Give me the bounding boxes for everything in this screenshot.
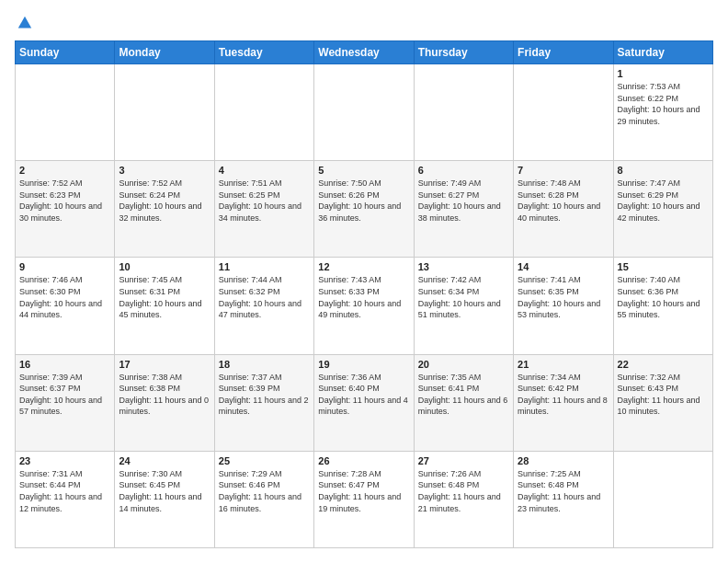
- calendar-cell: 17Sunrise: 7:38 AM Sunset: 6:38 PM Dayli…: [115, 354, 214, 451]
- day-number: 22: [618, 359, 709, 370]
- calendar-cell: 13Sunrise: 7:42 AM Sunset: 6:34 PM Dayli…: [414, 258, 513, 354]
- day-info: Sunrise: 7:39 AM Sunset: 6:37 PM Dayligh…: [19, 372, 110, 418]
- calendar-cell: 10Sunrise: 7:45 AM Sunset: 6:31 PM Dayli…: [115, 258, 214, 354]
- calendar-cell: 1Sunrise: 7:53 AM Sunset: 6:22 PM Daylig…: [613, 64, 712, 161]
- calendar-cell: 23Sunrise: 7:31 AM Sunset: 6:44 PM Dayli…: [16, 451, 115, 547]
- day-number: 14: [518, 261, 609, 272]
- calendar-cell: [514, 64, 613, 161]
- day-info: Sunrise: 7:41 AM Sunset: 6:35 PM Dayligh…: [518, 274, 609, 320]
- day-info: Sunrise: 7:49 AM Sunset: 6:27 PM Dayligh…: [418, 178, 509, 224]
- weekday-header-wednesday: Wednesday: [314, 41, 414, 64]
- day-number: 19: [318, 359, 409, 370]
- calendar-cell: 25Sunrise: 7:29 AM Sunset: 6:46 PM Dayli…: [214, 451, 313, 547]
- logo-icon: [17, 15, 33, 31]
- day-info: Sunrise: 7:42 AM Sunset: 6:34 PM Dayligh…: [418, 274, 509, 320]
- day-info: Sunrise: 7:43 AM Sunset: 6:33 PM Dayligh…: [318, 274, 409, 320]
- day-info: Sunrise: 7:37 AM Sunset: 6:39 PM Dayligh…: [219, 372, 310, 418]
- day-info: Sunrise: 7:36 AM Sunset: 6:40 PM Dayligh…: [318, 372, 409, 418]
- day-info: Sunrise: 7:28 AM Sunset: 6:47 PM Dayligh…: [318, 468, 409, 514]
- calendar-cell: 9Sunrise: 7:46 AM Sunset: 6:30 PM Daylig…: [16, 258, 115, 354]
- week-row-1: 1Sunrise: 7:53 AM Sunset: 6:22 PM Daylig…: [16, 64, 713, 161]
- day-info: Sunrise: 7:52 AM Sunset: 6:23 PM Dayligh…: [19, 178, 110, 224]
- day-number: 9: [19, 261, 110, 272]
- calendar-cell: 12Sunrise: 7:43 AM Sunset: 6:33 PM Dayli…: [314, 258, 414, 354]
- page-header: [15, 15, 713, 31]
- day-number: 3: [119, 165, 210, 176]
- day-number: 4: [219, 165, 310, 176]
- weekday-header-thursday: Thursday: [414, 41, 513, 64]
- calendar-cell: [214, 64, 313, 161]
- day-number: 10: [119, 261, 210, 272]
- day-info: Sunrise: 7:51 AM Sunset: 6:25 PM Dayligh…: [219, 178, 310, 224]
- weekday-header-tuesday: Tuesday: [214, 41, 313, 64]
- day-number: 18: [219, 359, 310, 370]
- calendar-cell: 6Sunrise: 7:49 AM Sunset: 6:27 PM Daylig…: [414, 161, 513, 258]
- day-info: Sunrise: 7:46 AM Sunset: 6:30 PM Dayligh…: [19, 274, 110, 320]
- day-info: Sunrise: 7:52 AM Sunset: 6:24 PM Dayligh…: [119, 178, 210, 224]
- calendar-cell: 18Sunrise: 7:37 AM Sunset: 6:39 PM Dayli…: [214, 354, 313, 451]
- day-info: Sunrise: 7:45 AM Sunset: 6:31 PM Dayligh…: [119, 274, 210, 320]
- day-number: 23: [19, 455, 110, 466]
- calendar-cell: 24Sunrise: 7:30 AM Sunset: 6:45 PM Dayli…: [115, 451, 214, 547]
- calendar-cell: 20Sunrise: 7:35 AM Sunset: 6:41 PM Dayli…: [414, 354, 513, 451]
- day-info: Sunrise: 7:31 AM Sunset: 6:44 PM Dayligh…: [19, 468, 110, 514]
- calendar-cell: 21Sunrise: 7:34 AM Sunset: 6:42 PM Dayli…: [514, 354, 613, 451]
- day-number: 13: [418, 261, 509, 272]
- weekday-header-sunday: Sunday: [16, 41, 115, 64]
- calendar-cell: 2Sunrise: 7:52 AM Sunset: 6:23 PM Daylig…: [16, 161, 115, 258]
- calendar-cell: [414, 64, 513, 161]
- day-number: 11: [219, 261, 310, 272]
- day-info: Sunrise: 7:40 AM Sunset: 6:36 PM Dayligh…: [618, 274, 709, 320]
- week-row-5: 23Sunrise: 7:31 AM Sunset: 6:44 PM Dayli…: [16, 451, 713, 547]
- day-info: Sunrise: 7:44 AM Sunset: 6:32 PM Dayligh…: [219, 274, 310, 320]
- calendar-cell: 26Sunrise: 7:28 AM Sunset: 6:47 PM Dayli…: [314, 451, 414, 547]
- weekday-header-friday: Friday: [514, 41, 613, 64]
- calendar-cell: 15Sunrise: 7:40 AM Sunset: 6:36 PM Dayli…: [613, 258, 712, 354]
- day-info: Sunrise: 7:47 AM Sunset: 6:29 PM Dayligh…: [618, 178, 709, 224]
- calendar-cell: 27Sunrise: 7:26 AM Sunset: 6:48 PM Dayli…: [414, 451, 513, 547]
- calendar-cell: [314, 64, 414, 161]
- week-row-4: 16Sunrise: 7:39 AM Sunset: 6:37 PM Dayli…: [16, 354, 713, 451]
- calendar-cell: 11Sunrise: 7:44 AM Sunset: 6:32 PM Dayli…: [214, 258, 313, 354]
- calendar: SundayMondayTuesdayWednesdayThursdayFrid…: [15, 40, 713, 548]
- week-row-2: 2Sunrise: 7:52 AM Sunset: 6:23 PM Daylig…: [16, 161, 713, 258]
- logo: [15, 15, 33, 31]
- day-number: 27: [418, 455, 509, 466]
- day-number: 12: [318, 261, 409, 272]
- day-number: 26: [318, 455, 409, 466]
- calendar-cell: 16Sunrise: 7:39 AM Sunset: 6:37 PM Dayli…: [16, 354, 115, 451]
- weekday-header-monday: Monday: [115, 41, 214, 64]
- calendar-cell: [115, 64, 214, 161]
- calendar-cell: 14Sunrise: 7:41 AM Sunset: 6:35 PM Dayli…: [514, 258, 613, 354]
- day-number: 7: [518, 165, 609, 176]
- calendar-cell: 4Sunrise: 7:51 AM Sunset: 6:25 PM Daylig…: [214, 161, 313, 258]
- day-number: 28: [518, 455, 609, 466]
- day-number: 6: [418, 165, 509, 176]
- day-info: Sunrise: 7:53 AM Sunset: 6:22 PM Dayligh…: [618, 81, 709, 127]
- day-info: Sunrise: 7:29 AM Sunset: 6:46 PM Dayligh…: [219, 468, 310, 514]
- day-info: Sunrise: 7:34 AM Sunset: 6:42 PM Dayligh…: [518, 372, 609, 418]
- calendar-cell: 7Sunrise: 7:48 AM Sunset: 6:28 PM Daylig…: [514, 161, 613, 258]
- weekday-header-saturday: Saturday: [613, 41, 712, 64]
- day-number: 25: [219, 455, 310, 466]
- day-info: Sunrise: 7:38 AM Sunset: 6:38 PM Dayligh…: [119, 372, 210, 418]
- weekday-header-row: SundayMondayTuesdayWednesdayThursdayFrid…: [16, 41, 713, 64]
- day-number: 16: [19, 359, 110, 370]
- day-info: Sunrise: 7:30 AM Sunset: 6:45 PM Dayligh…: [119, 468, 210, 514]
- day-info: Sunrise: 7:32 AM Sunset: 6:43 PM Dayligh…: [618, 372, 709, 418]
- calendar-cell: 3Sunrise: 7:52 AM Sunset: 6:24 PM Daylig…: [115, 161, 214, 258]
- calendar-cell: [16, 64, 115, 161]
- day-info: Sunrise: 7:50 AM Sunset: 6:26 PM Dayligh…: [318, 178, 409, 224]
- day-number: 2: [19, 165, 110, 176]
- day-info: Sunrise: 7:35 AM Sunset: 6:41 PM Dayligh…: [418, 372, 509, 418]
- calendar-cell: 28Sunrise: 7:25 AM Sunset: 6:48 PM Dayli…: [514, 451, 613, 547]
- calendar-cell: 19Sunrise: 7:36 AM Sunset: 6:40 PM Dayli…: [314, 354, 414, 451]
- day-info: Sunrise: 7:48 AM Sunset: 6:28 PM Dayligh…: [518, 178, 609, 224]
- day-number: 20: [418, 359, 509, 370]
- calendar-cell: [613, 451, 712, 547]
- day-number: 15: [618, 261, 709, 272]
- calendar-cell: 8Sunrise: 7:47 AM Sunset: 6:29 PM Daylig…: [613, 161, 712, 258]
- calendar-cell: 5Sunrise: 7:50 AM Sunset: 6:26 PM Daylig…: [314, 161, 414, 258]
- day-info: Sunrise: 7:25 AM Sunset: 6:48 PM Dayligh…: [518, 468, 609, 514]
- day-number: 8: [618, 165, 709, 176]
